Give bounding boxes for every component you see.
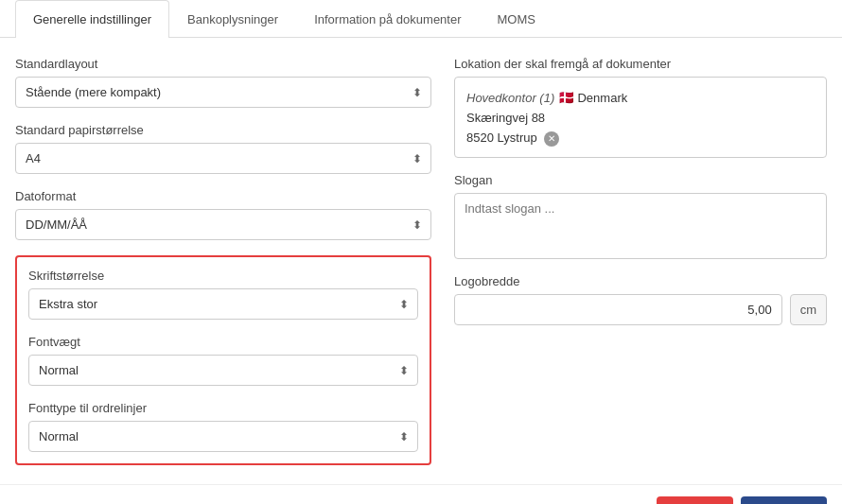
- fontvægt-label: Fontvægt: [28, 335, 418, 349]
- cancel-button[interactable]: Fortryd: [657, 496, 733, 504]
- location-address: Skæringvej 88: [466, 109, 815, 129]
- papirstørrelse-select-wrapper: A4 A3 Letter: [15, 143, 431, 174]
- location-box: Hovedkontor (1) 🇩🇰 Denmark Skæringvej 88…: [454, 77, 827, 158]
- standardlayout-group: Standardlayout Stående (mere kompakt) Li…: [15, 57, 431, 108]
- slogan-label: Slogan: [454, 173, 827, 187]
- papirstørrelse-select[interactable]: A4 A3 Letter: [15, 143, 431, 174]
- datoformat-group: Datoformat DD/MM/ÅÅ MM/DD/ÅÅÅÅ ÅÅÅÅ-MM-D…: [15, 189, 431, 240]
- papirstørrelse-label: Standard papirstørrelse: [15, 123, 431, 137]
- tab-generelle[interactable]: Generelle indstillinger: [15, 0, 169, 38]
- location-city: 8520 Lystrup: [466, 130, 537, 145]
- tab-information[interactable]: Information på dokumenter: [296, 0, 479, 38]
- standardlayout-select[interactable]: Stående (mere kompakt) Liggende Kompakt: [15, 77, 431, 108]
- location-title-row: Hovedkontor (1) 🇩🇰 Denmark: [466, 87, 815, 109]
- datoformat-select-wrapper: DD/MM/ÅÅ MM/DD/ÅÅÅÅ ÅÅÅÅ-MM-DD: [15, 209, 431, 240]
- skriftstørrelse-group: Skriftstørrelse Ekstra stor Stor Normal …: [28, 269, 418, 320]
- fonttype-group: Fonttype til ordrelinjer Normal Monospac…: [28, 401, 418, 452]
- skriftstørrelse-select-wrapper: Ekstra stor Stor Normal Lille: [28, 288, 418, 320]
- save-button[interactable]: 💾 Gem: [741, 496, 827, 504]
- left-column: Standardlayout Stående (mere kompakt) Li…: [15, 57, 431, 465]
- highlighted-section: Skriftstørrelse Ekstra stor Stor Normal …: [15, 255, 431, 465]
- location-group: Lokation der skal fremgå af dokumenter H…: [454, 57, 827, 158]
- fonttype-select-wrapper: Normal Monospace Serif: [28, 421, 418, 452]
- tabs-bar: Generelle indstillinger Bankoplysninger …: [0, 0, 842, 38]
- footer: Fortryd 💾 Gem: [0, 484, 842, 504]
- location-label: Lokation der skal fremgå af dokumenter: [454, 57, 827, 71]
- location-country: Denmark: [577, 91, 627, 105]
- location-city-row: 8520 Lystrup ✕: [466, 129, 815, 148]
- right-column: Lokation der skal fremgå af dokumenter H…: [454, 57, 827, 465]
- slogan-group: Slogan: [454, 173, 827, 259]
- fontvægt-select-wrapper: Normal Fed Tynd: [28, 355, 418, 386]
- fonttype-label: Fonttype til ordrelinjer: [28, 401, 418, 415]
- content-area: Standardlayout Stående (mere kompakt) Li…: [0, 38, 842, 484]
- papirstørrelse-group: Standard papirstørrelse A4 A3 Letter: [15, 123, 431, 174]
- standardlayout-label: Standardlayout: [15, 57, 431, 71]
- logobredde-input[interactable]: [454, 294, 782, 325]
- page-container: Generelle indstillinger Bankoplysninger …: [0, 0, 842, 504]
- slogan-textarea[interactable]: [454, 193, 827, 259]
- flag-icon: 🇩🇰: [558, 87, 574, 108]
- fontvægt-select[interactable]: Normal Fed Tynd: [28, 355, 418, 386]
- cm-unit-label: cm: [790, 294, 827, 325]
- datoformat-label: Datoformat: [15, 189, 431, 203]
- logobredde-group: Logobredde cm: [454, 274, 827, 325]
- logobredde-label: Logobredde: [454, 274, 827, 288]
- fontvægt-group: Fontvægt Normal Fed Tynd: [28, 335, 418, 386]
- fonttype-select[interactable]: Normal Monospace Serif: [28, 421, 418, 452]
- location-title: Hovedkontor (1): [466, 91, 554, 105]
- remove-location-icon[interactable]: ✕: [544, 131, 559, 147]
- standardlayout-select-wrapper: Stående (mere kompakt) Liggende Kompakt: [15, 77, 431, 108]
- tab-bankoplysninger[interactable]: Bankoplysninger: [169, 0, 296, 38]
- tab-moms[interactable]: MOMS: [480, 0, 553, 38]
- skriftstørrelse-label: Skriftstørrelse: [28, 269, 418, 283]
- skriftstørrelse-select[interactable]: Ekstra stor Stor Normal Lille: [28, 288, 418, 320]
- datoformat-select[interactable]: DD/MM/ÅÅ MM/DD/ÅÅÅÅ ÅÅÅÅ-MM-DD: [15, 209, 431, 240]
- logo-width-row: cm: [454, 294, 827, 325]
